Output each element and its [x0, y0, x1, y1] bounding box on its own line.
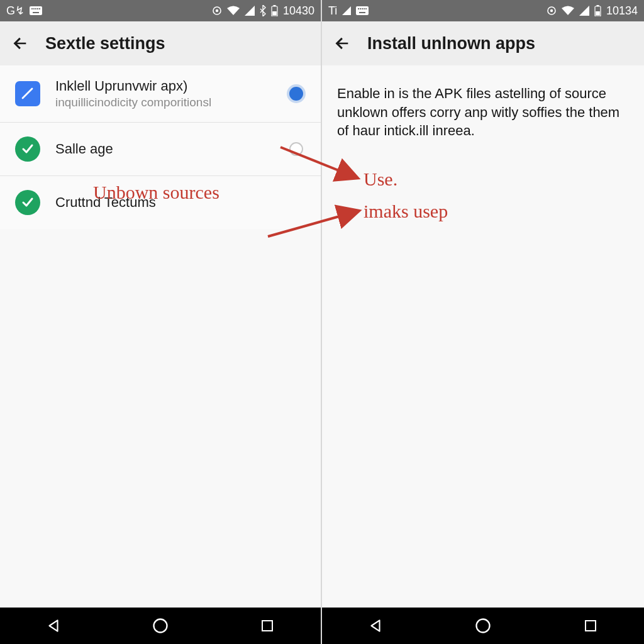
svg-rect-2: [33, 8, 35, 9]
circle-icon: [547, 6, 557, 16]
svg-rect-13: [262, 621, 272, 631]
keyboard-icon: [356, 6, 369, 15]
circle-icon: [212, 6, 222, 16]
check-circle-icon: [14, 135, 42, 163]
appbar-left: Sextle settings: [0, 21, 321, 65]
statusbar-left-icons: Ti: [328, 4, 369, 18]
signal-icon: [579, 6, 589, 16]
nav-back-button[interactable]: [40, 612, 67, 640]
svg-point-8: [216, 9, 218, 12]
app-square-icon: [14, 80, 42, 108]
svg-rect-11: [272, 11, 277, 16]
svg-rect-24: [596, 5, 599, 6]
svg-rect-16: [360, 8, 361, 9]
statusbar-right-icons: 10134: [547, 4, 638, 18]
nav-home-button[interactable]: [147, 612, 174, 640]
status-time: 10430: [283, 4, 314, 18]
svg-rect-19: [365, 8, 367, 9]
settings-row-unknown-apps[interactable]: Inklell Uprunvwir apx) inquillicinodicit…: [0, 65, 321, 123]
settings-row-salle-age[interactable]: Salle age: [0, 123, 321, 176]
status-text-icon: G↯: [6, 4, 25, 18]
svg-rect-4: [37, 8, 38, 9]
settings-list: Inklell Uprunvwir apx) inquillicinodicit…: [0, 65, 321, 608]
row-title: Cruttnd Tectums: [55, 194, 272, 211]
svg-rect-14: [356, 6, 369, 15]
svg-rect-17: [362, 8, 363, 9]
row-no-control: [286, 192, 307, 213]
svg-rect-15: [358, 8, 359, 9]
nav-recent-button[interactable]: [577, 612, 604, 640]
appbar-right: Install unlnown apps: [322, 21, 644, 65]
keyboard-icon: [30, 6, 42, 15]
svg-rect-0: [30, 6, 42, 15]
wifi-icon: [227, 6, 240, 16]
svg-rect-18: [364, 8, 365, 9]
row-title: Inklell Uprunvwir apx): [55, 78, 272, 94]
status-time: 10134: [606, 4, 638, 18]
signal-small-icon: [342, 6, 351, 15]
wifi-icon: [562, 6, 574, 16]
back-button[interactable]: [332, 33, 352, 53]
nav-recent-button[interactable]: [253, 612, 281, 640]
navbar-right: [322, 608, 644, 644]
page-title: Sextle settings: [45, 34, 165, 53]
phone-left: G↯ 1: [0, 0, 322, 644]
row-subtitle: inquillicinodicity comporitionsl: [55, 96, 272, 109]
svg-rect-10: [273, 5, 275, 6]
row-title: Salle age: [55, 141, 272, 157]
check-circle-icon: [14, 189, 42, 216]
back-button[interactable]: [10, 33, 30, 53]
svg-rect-6: [33, 12, 39, 13]
svg-rect-3: [35, 8, 36, 9]
nav-back-button[interactable]: [362, 612, 389, 640]
battery-icon: [271, 5, 278, 16]
content-right: Enable in is the APK files astelling of …: [322, 65, 644, 608]
radio-unselected[interactable]: [286, 138, 307, 160]
signal-icon: [245, 6, 255, 16]
svg-point-26: [476, 619, 489, 633]
navbar-left: [0, 608, 321, 644]
svg-rect-20: [359, 12, 365, 13]
statusbar-right: Ti 1: [322, 0, 644, 21]
settings-row-cruttnd[interactable]: Cruttnd Tectums: [0, 176, 321, 229]
svg-rect-27: [586, 621, 596, 631]
battery-icon: [594, 5, 601, 16]
svg-point-22: [550, 9, 553, 12]
phone-right: Ti 1: [322, 0, 644, 644]
svg-rect-1: [31, 8, 33, 9]
svg-point-12: [154, 619, 167, 633]
statusbar-right-icons: 10430: [212, 4, 314, 18]
statusbar-left-icons: G↯: [6, 4, 42, 18]
canvas: G↯ 1: [0, 0, 644, 644]
page-title: Install unlnown apps: [367, 34, 535, 53]
description-text: Enable in is the APK files astelling of …: [322, 65, 644, 145]
statusbar-left: G↯ 1: [0, 0, 321, 21]
status-text-icon: Ti: [328, 4, 337, 18]
bluetooth-icon: [260, 5, 266, 16]
radio-selected[interactable]: [286, 83, 307, 104]
nav-home-button[interactable]: [469, 612, 497, 640]
svg-rect-5: [39, 8, 40, 9]
svg-rect-25: [596, 11, 600, 16]
